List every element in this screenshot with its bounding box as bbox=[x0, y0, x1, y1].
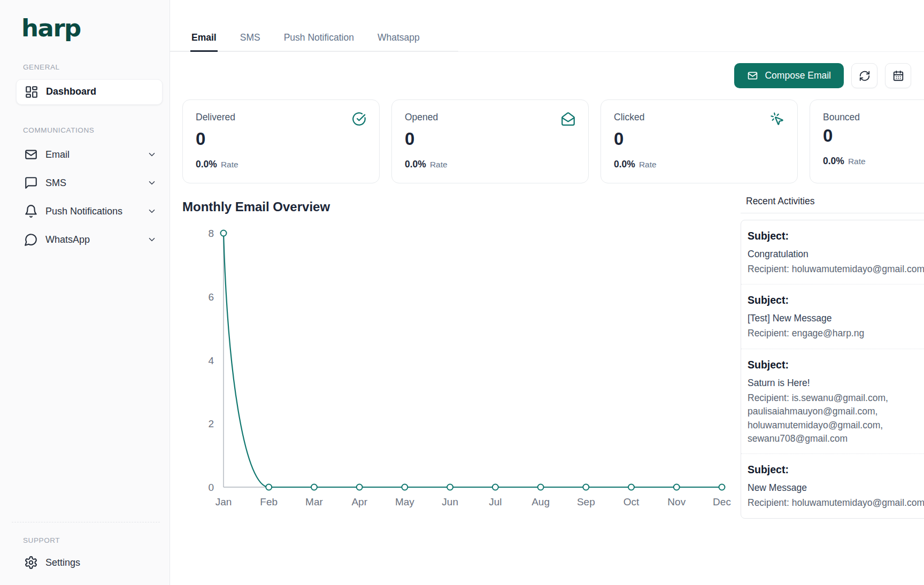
compose-email-button[interactable]: Compose Email bbox=[734, 63, 844, 88]
sidebar: harp GENERAL Dashboard COMMUNICATIONS Em… bbox=[0, 0, 170, 585]
recent-activities-title: Recent Activities bbox=[746, 196, 924, 207]
activity-recipient: Recipient: holuwamutemidayo@gmail.com bbox=[748, 496, 924, 510]
svg-text:0: 0 bbox=[208, 482, 214, 493]
svg-text:6: 6 bbox=[208, 291, 214, 303]
refresh-button[interactable] bbox=[851, 63, 877, 88]
app-window: harp GENERAL Dashboard COMMUNICATIONS Em… bbox=[0, 0, 924, 585]
compose-email-label: Compose Email bbox=[765, 70, 831, 81]
stat-label: Bounced bbox=[823, 112, 860, 123]
svg-text:Apr: Apr bbox=[351, 496, 367, 507]
bell-icon bbox=[24, 204, 38, 218]
activity-recipient: Recipient: is.sewanu@gmail.com, paulisai… bbox=[748, 391, 924, 446]
sidebar-item-settings[interactable]: Settings bbox=[0, 549, 170, 576]
recent-activities-list: Subject: Congratulation Recipient: holuw… bbox=[741, 220, 924, 519]
activity-subject: New Message bbox=[748, 482, 924, 494]
svg-text:4: 4 bbox=[208, 355, 214, 366]
stat-card-clicked: Clicked 0 0.0% Rate bbox=[600, 99, 798, 183]
tab-email[interactable]: Email bbox=[190, 32, 218, 52]
whatsapp-label: WhatsApp bbox=[45, 234, 147, 245]
stat-rate-suffix: Rate bbox=[639, 160, 657, 170]
stat-value: 0 bbox=[196, 129, 366, 149]
tab-whatsapp[interactable]: Whatsapp bbox=[376, 32, 421, 52]
activity-item: Subject: Congratulation Recipient: holuw… bbox=[741, 220, 924, 284]
calendar-button[interactable] bbox=[885, 63, 911, 88]
toolbar: Compose Email bbox=[170, 52, 924, 88]
dashboard-grid-icon bbox=[25, 85, 38, 99]
stat-card-delivered: Delivered 0 0.0% Rate bbox=[182, 99, 380, 183]
stat-cards-row: Delivered 0 0.0% Rate Opened bbox=[182, 99, 924, 183]
chevron-down-icon bbox=[147, 235, 157, 244]
stat-value: 0 bbox=[823, 126, 924, 146]
activity-recipient: Recipient: engage@harp.ng bbox=[748, 327, 924, 340]
envelope-icon bbox=[24, 148, 38, 161]
chevron-down-icon bbox=[147, 150, 157, 159]
sidebar-item-whatsapp[interactable]: WhatsApp bbox=[0, 226, 170, 254]
svg-text:Feb: Feb bbox=[260, 496, 278, 507]
svg-text:Oct: Oct bbox=[623, 496, 640, 507]
sidebar-item-email[interactable]: Email bbox=[0, 141, 170, 169]
push-notifications-label: Push Notifications bbox=[45, 206, 147, 217]
svg-text:Mar: Mar bbox=[305, 496, 323, 507]
recent-activities-divider bbox=[741, 213, 924, 213]
stat-label: Clicked bbox=[614, 112, 644, 123]
sidebar-divider bbox=[12, 522, 160, 522]
stat-rate-suffix: Rate bbox=[430, 160, 448, 170]
activity-subject: [Test] New Message bbox=[748, 313, 924, 324]
sidebar-item-sms[interactable]: SMS bbox=[0, 169, 170, 197]
svg-text:Jul: Jul bbox=[489, 496, 502, 507]
section-label-support: SUPPORT bbox=[23, 536, 170, 544]
activity-subject-label: Subject: bbox=[748, 294, 924, 306]
stat-rate: 0.0% bbox=[196, 159, 217, 170]
stat-rate: 0.0% bbox=[405, 159, 426, 170]
activity-recipient: Recipient: holuwamutemidayo@gmail.com bbox=[748, 263, 924, 276]
dashboard-label: Dashboard bbox=[46, 86, 96, 97]
svg-text:Nov: Nov bbox=[667, 496, 686, 507]
svg-text:8: 8 bbox=[208, 228, 214, 239]
svg-text:Jun: Jun bbox=[442, 496, 458, 507]
section-label-communications: COMMUNICATIONS bbox=[23, 126, 170, 134]
tab-push-notification[interactable]: Push Notification bbox=[283, 32, 355, 52]
chat-bubble-icon bbox=[24, 176, 38, 190]
svg-text:2: 2 bbox=[208, 418, 214, 429]
cursor-click-icon bbox=[770, 112, 784, 126]
gear-icon bbox=[24, 556, 38, 569]
sms-label: SMS bbox=[45, 178, 147, 189]
channel-tab-bar: Email SMS Push Notification Whatsapp bbox=[170, 0, 924, 52]
recent-activities-panel: Recent Activities Subject: Congratulatio… bbox=[741, 196, 924, 519]
svg-text:Sep: Sep bbox=[577, 496, 595, 507]
settings-label: Settings bbox=[45, 557, 80, 568]
tab-sms[interactable]: SMS bbox=[239, 32, 261, 52]
harp-logo: harp bbox=[21, 15, 170, 42]
stat-rate-suffix: Rate bbox=[848, 157, 866, 166]
section-label-general: GENERAL bbox=[23, 63, 170, 71]
activity-item: Subject: Saturn is Here! Recipient: is.s… bbox=[741, 349, 924, 454]
activity-subject-label: Subject: bbox=[748, 464, 924, 476]
envelope-icon bbox=[747, 70, 758, 81]
activity-subject: Saturn is Here! bbox=[748, 378, 924, 389]
stat-rate: 0.0% bbox=[823, 156, 844, 167]
calendar-icon bbox=[892, 70, 904, 82]
stat-label: Delivered bbox=[196, 112, 235, 123]
svg-text:Dec: Dec bbox=[713, 496, 731, 507]
svg-text:Aug: Aug bbox=[532, 496, 550, 507]
sidebar-item-dashboard[interactable]: Dashboard bbox=[16, 79, 163, 105]
stat-label: Opened bbox=[405, 112, 438, 123]
stat-card-bounced: Bounced 0 0.0% Rate bbox=[810, 99, 924, 183]
refresh-icon bbox=[859, 70, 871, 82]
stat-value: 0 bbox=[405, 129, 575, 149]
activity-subject-label: Subject: bbox=[748, 230, 924, 242]
stat-value: 0 bbox=[614, 129, 784, 149]
email-label: Email bbox=[45, 149, 147, 160]
communications-nav: Email SMS Push Notifications bbox=[0, 141, 170, 254]
activity-subject-label: Subject: bbox=[748, 359, 924, 371]
sidebar-item-push-notifications[interactable]: Push Notifications bbox=[0, 197, 170, 226]
activity-item: Subject: New Message Recipient: holuwamu… bbox=[741, 453, 924, 518]
mail-open-icon bbox=[561, 112, 575, 126]
chevron-down-icon bbox=[147, 178, 157, 188]
check-circle-icon bbox=[352, 112, 366, 126]
activity-item: Subject: [Test] New Message Recipient: e… bbox=[741, 284, 924, 348]
stat-card-opened: Opened 0 0.0% Rate bbox=[391, 99, 589, 183]
stat-rate: 0.0% bbox=[614, 159, 635, 170]
stat-rate-suffix: Rate bbox=[221, 160, 238, 170]
chevron-down-icon bbox=[147, 206, 157, 216]
